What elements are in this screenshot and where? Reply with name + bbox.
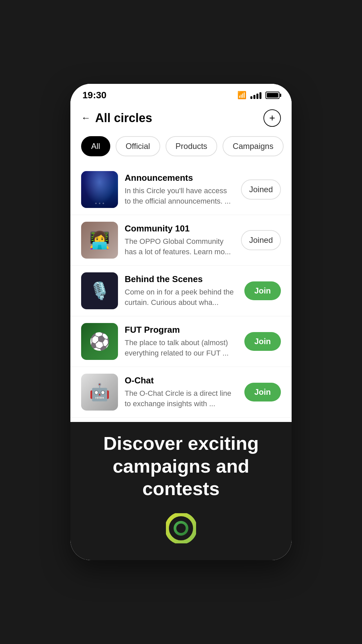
tagline: Discover exciting campaigns and contests	[87, 432, 275, 500]
circle-thumbnail	[81, 272, 118, 309]
filter-tab-official[interactable]: Official	[116, 136, 160, 156]
circle-thumbnail	[81, 171, 118, 208]
oppo-logo	[166, 513, 196, 543]
circle-name: Behind the Scenes	[125, 274, 238, 284]
circle-thumbnail	[81, 222, 118, 259]
joined-button[interactable]: Joined	[241, 179, 281, 200]
circle-thumbnail	[81, 323, 118, 360]
circle-item: O-Chat The O-Chat Circle is a direct lin…	[70, 367, 292, 418]
circle-info: O-Chat The O-Chat Circle is a direct lin…	[125, 375, 238, 409]
oppo-logo-container	[87, 513, 275, 543]
status-bar: 19:30 📶	[70, 84, 292, 104]
status-time: 19:30	[82, 90, 107, 101]
circle-info: Behind the Scenes Come on in for a peek …	[125, 274, 238, 308]
circle-info: FUT Program The place to talk about (alm…	[125, 325, 238, 359]
circle-info: Community 101 The OPPO Global Community …	[125, 223, 234, 257]
circle-action[interactable]: Joined	[241, 230, 281, 250]
circle-description: Come on in for a peek behind the curtain…	[125, 287, 238, 308]
circle-action[interactable]: Joined	[241, 179, 281, 200]
filter-tab-all[interactable]: All	[81, 136, 110, 156]
join-button[interactable]: Join	[244, 383, 281, 401]
status-icons: 📶	[237, 91, 280, 100]
filter-tab-products[interactable]: Products	[166, 136, 218, 156]
filter-tab-campaigns[interactable]: Campaigns	[223, 136, 283, 156]
add-circle-button[interactable]: +	[263, 109, 281, 127]
circle-action[interactable]: Join	[244, 332, 281, 351]
signal-bars	[250, 92, 261, 99]
circle-description: The OPPO Global Community has a lot of f…	[125, 236, 234, 257]
circle-item: FUT Program The place to talk about (alm…	[70, 316, 292, 367]
battery-icon	[265, 92, 280, 99]
circle-action[interactable]: Join	[244, 383, 281, 401]
circle-thumbnail	[81, 374, 118, 411]
back-button[interactable]: ←	[81, 113, 90, 123]
circle-name: O-Chat	[125, 375, 238, 386]
joined-button[interactable]: Joined	[241, 230, 281, 250]
circle-info: Announcements In this Circle you'll have…	[125, 173, 234, 207]
circle-item: Behind the Scenes Come on in for a peek …	[70, 266, 292, 316]
circle-name: Announcements	[125, 173, 234, 183]
filter-tabs: All Official Products Campaigns	[70, 133, 292, 164]
circle-description: The O-Chat Circle is a direct line to ex…	[125, 388, 238, 409]
svg-point-2	[176, 524, 186, 533]
circle-item: Announcements In this Circle you'll have…	[70, 164, 292, 215]
join-button[interactable]: Join	[244, 332, 281, 351]
join-button[interactable]: Join	[244, 281, 281, 300]
wifi-icon: 📶	[237, 91, 246, 100]
circle-name: Community 101	[125, 223, 234, 234]
circle-description: In this Circle you'll have access to the…	[125, 186, 234, 207]
circle-name: FUT Program	[125, 325, 238, 335]
circle-action[interactable]: Join	[244, 281, 281, 300]
app-header: ← All circles +	[70, 104, 292, 133]
circle-description: The place to talk about (almost) everyth…	[125, 338, 238, 359]
circle-item: Community 101 The OPPO Global Community …	[70, 215, 292, 266]
page-title: All circles	[95, 111, 152, 125]
